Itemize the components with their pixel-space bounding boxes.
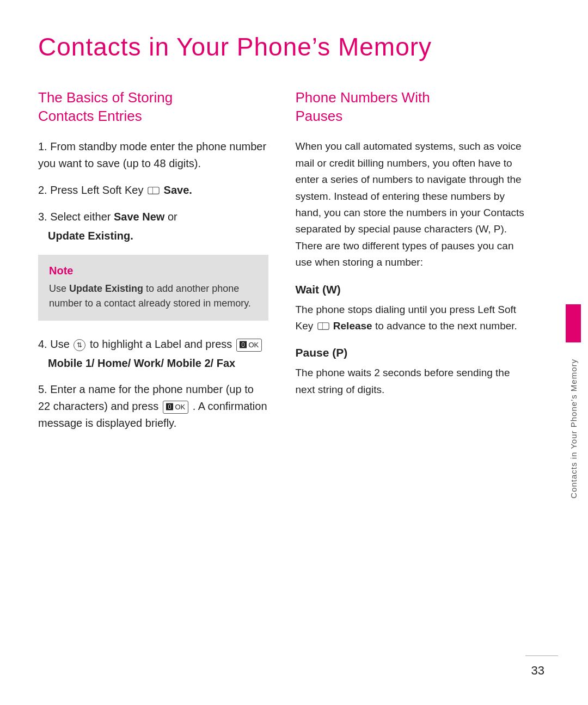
page-divider <box>525 655 558 657</box>
pause-body: The phone waits 2 seconds before sending… <box>296 365 526 398</box>
step-3: 3. Select either Save New or Update Exis… <box>38 209 268 244</box>
step-1: 1. From standby mode enter the phone num… <box>38 138 268 172</box>
note-box: Note Use Update Existing to add another … <box>38 255 268 321</box>
right-section-title: Phone Numbers With Pauses <box>296 89 526 126</box>
page-title: Contacts in Your Phone’s Memory <box>38 33 525 62</box>
left-column: The Basics of Storing Contacts Entries 1… <box>38 89 268 442</box>
nav-key-icon: ⇅ <box>74 339 85 351</box>
steps-list: 1. From standby mode enter the phone num… <box>38 138 268 244</box>
step-4: 4. Use ⇅ to highlight a Label and press … <box>38 336 268 371</box>
wait-body: The phone stops dialing until you press … <box>296 302 526 335</box>
note-body: Use Update Existing to add another phone… <box>49 281 258 311</box>
step-2: 2. Press Left Soft Key Save. <box>38 182 268 199</box>
sidebar-accent <box>566 304 581 342</box>
intro-paragraph: When you call automated systems, such as… <box>296 138 526 271</box>
right-column: Phone Numbers With Pauses When you call … <box>296 89 526 442</box>
page-number: 33 <box>531 664 544 678</box>
two-column-layout: The Basics of Storing Contacts Entries 1… <box>38 89 525 442</box>
note-title: Note <box>49 265 258 277</box>
wait-title: Wait (W) <box>296 283 526 296</box>
ok-key-icon-2: 🅾︎ OK <box>163 401 188 414</box>
main-content: Contacts in Your Phone’s Memory The Basi… <box>0 0 558 705</box>
svg-rect-2 <box>317 323 328 330</box>
left-soft-key-icon <box>148 186 160 195</box>
sidebar: Contacts in Your Phone’s Memory <box>558 0 588 705</box>
left-soft-key-icon-2 <box>317 322 329 330</box>
page-container: Contacts in Your Phone’s Memory The Basi… <box>0 0 588 705</box>
left-section-title: The Basics of Storing Contacts Entries <box>38 89 268 126</box>
step-5: 5. Enter a name for the phone number (up… <box>38 381 268 432</box>
sidebar-label: Contacts in Your Phone’s Memory <box>565 348 581 510</box>
pause-title: Pause (P) <box>296 346 526 359</box>
svg-rect-0 <box>148 187 159 194</box>
ok-key-icon: 🅾︎ OK <box>236 339 262 352</box>
steps-list-continued: 4. Use ⇅ to highlight a Label and press … <box>38 336 268 432</box>
